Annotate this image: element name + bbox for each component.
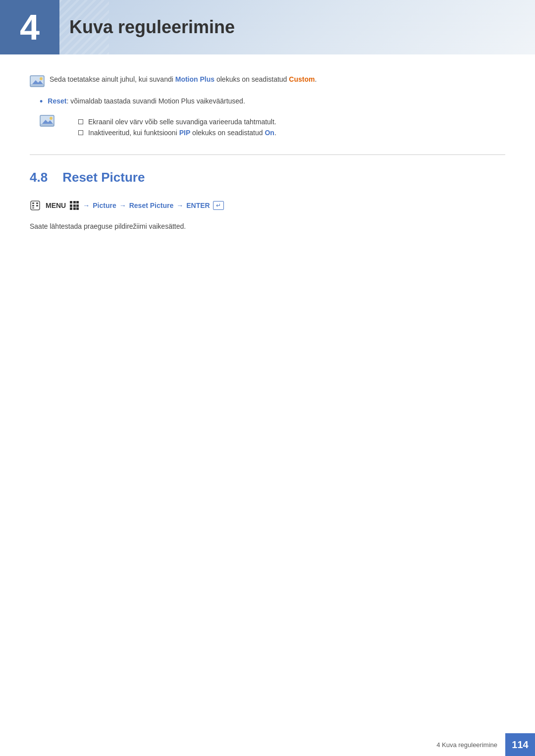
- nav-path: MENU → Picture → Reset Picture → ENTER ↵: [30, 200, 505, 211]
- svg-rect-13: [32, 207, 34, 208]
- nav-menu-label: MENU: [46, 202, 66, 209]
- nav-arrow-3: →: [176, 202, 183, 209]
- svg-rect-5: [40, 124, 54, 126]
- nav-picture: Picture: [93, 202, 116, 209]
- body-text: Saate lähtestada praeguse pildirežiimi v…: [30, 221, 505, 232]
- svg-point-3: [40, 77, 43, 80]
- sub-note-items: Ekraanil olev värv võib selle suvandiga …: [78, 118, 276, 140]
- main-content: Seda toetatakse ainult juhul, kui suvand…: [0, 74, 535, 269]
- footer-page-number: 114: [505, 733, 535, 756]
- section-number: 4.8: [30, 170, 48, 185]
- svg-rect-11: [32, 205, 34, 206]
- sub-bullet-1: [78, 119, 83, 124]
- sub-item-2-text: Inaktiveeritud, kui funktsiooni PIP olek…: [88, 129, 276, 137]
- sub-item-1-text: Ekraanil olev värv võib selle suvandiga …: [88, 118, 276, 126]
- svg-rect-9: [32, 202, 34, 204]
- chapter-header: 4 Kuva reguleerimine: [0, 0, 535, 54]
- nav-arrow-2: →: [119, 202, 126, 209]
- section-divider: [30, 154, 505, 155]
- svg-rect-1: [30, 84, 44, 87]
- chapter-number: 4: [20, 9, 40, 45]
- nav-enter-label: ENTER: [186, 202, 210, 209]
- chapter-number-block: 4: [0, 0, 59, 54]
- note-text-1: Seda toetatakse ainult juhul, kui suvand…: [50, 74, 317, 85]
- footer: 4 Kuva reguleerimine 114: [0, 733, 535, 756]
- sub-bullet-2: [78, 130, 83, 135]
- svg-point-7: [50, 117, 53, 120]
- enter-icon: ↵: [213, 201, 224, 210]
- sub-note-block: Ekraanil olev värv võib selle suvandiga …: [30, 114, 505, 140]
- chapter-title: Kuva reguleerimine: [69, 17, 235, 37]
- section-heading: 4.8 Reset Picture: [30, 170, 505, 185]
- svg-rect-10: [36, 202, 38, 204]
- bullet-text: Reset: võimaldab taastada suvandi Motion…: [48, 96, 245, 106]
- nav-reset-picture: Reset Picture: [129, 202, 173, 209]
- menu-grid-icon: [70, 201, 79, 210]
- sub-item-1: Ekraanil olev värv võib selle suvandiga …: [78, 118, 276, 126]
- note-row-1: Seda toetatakse ainult juhul, kui suvand…: [30, 74, 505, 89]
- note-icon-2: [40, 115, 54, 129]
- bullet-row-reset: • Reset: võimaldab taastada suvandi Moti…: [30, 96, 505, 107]
- nav-arrow-1: →: [83, 202, 90, 209]
- chapter-title-area: Kuva reguleerimine: [69, 17, 235, 38]
- note-icon-1: [30, 75, 45, 89]
- sub-item-2: Inaktiveeritud, kui funktsiooni PIP olek…: [78, 129, 276, 137]
- svg-rect-8: [31, 201, 40, 210]
- footer-chapter-text: 4 Kuva reguleerimine: [436, 741, 505, 749]
- bullet-dot: •: [40, 97, 43, 107]
- section-title: Reset Picture: [62, 170, 145, 185]
- svg-rect-12: [36, 205, 38, 206]
- remote-icon: [30, 200, 41, 211]
